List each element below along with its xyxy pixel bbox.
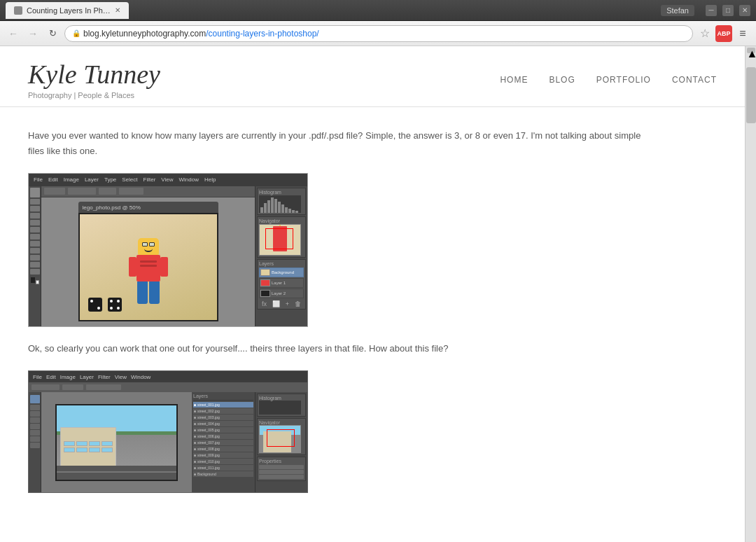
ps2-layer-12[interactable]: Background	[193, 471, 253, 477]
ps-tools-panel	[29, 186, 41, 326]
ps-menu-view[interactable]: View	[159, 176, 175, 183]
forward-button[interactable]: →	[25, 26, 41, 41]
ps2-tools	[29, 392, 41, 492]
ps-canvas-area: lego_photo.psd @ 50%	[41, 186, 255, 326]
logo-name: Kyle Tunney	[28, 60, 160, 90]
ps-tool-brush[interactable]	[30, 227, 40, 232]
ps-menu-help[interactable]: Help	[202, 176, 218, 183]
url-path: /counting-layers-in-photoshop/	[206, 29, 318, 39]
lego-smile	[144, 249, 153, 252]
ps-menu-select[interactable]: Select	[120, 176, 139, 183]
back-button[interactable]: ←	[6, 26, 21, 41]
ps-layer-dice[interactable]: Layer 2	[259, 289, 304, 298]
active-tab[interactable]: Counting Layers In Photos ✕	[6, 2, 129, 19]
ps-new-layer-button[interactable]: +	[286, 300, 289, 307]
ps-tool-select[interactable]	[30, 199, 40, 204]
nav-portfolio[interactable]: PORTFOLIO	[596, 75, 651, 85]
refresh-button[interactable]: ↻	[45, 26, 60, 41]
ps2-layer-9[interactable]: street_009.jpg	[193, 452, 253, 458]
webpage: Kyle Tunney Photography | People & Place…	[0, 46, 756, 542]
ps2-layer-11[interactable]: street_011.jpg	[193, 465, 253, 471]
scroll-thumb[interactable]	[746, 67, 756, 123]
ps2-layer-8[interactable]: street_008.jpg	[193, 446, 253, 452]
page-scrollbar[interactable]: ▲	[745, 46, 756, 542]
nav-home[interactable]: HOME	[500, 75, 528, 85]
ps-layer-lego[interactable]: Layer 1	[259, 278, 304, 288]
url-display: blog.kyletunneyphotography.com/counting-…	[83, 29, 319, 39]
nav-contact[interactable]: CONTACT	[672, 75, 717, 85]
site-navigation: HOME BLOG PORTFOLIO CONTACT	[500, 75, 717, 85]
ps2-menu-filter[interactable]: Filter	[97, 374, 112, 380]
ps-tool-clone[interactable]	[30, 234, 40, 239]
ps-tool-shape[interactable]	[30, 269, 40, 275]
ps2-canvas-area	[41, 392, 192, 492]
ps-menu-layer[interactable]: Layer	[83, 176, 101, 183]
photoshop-screenshot-1: File Edit Image Layer Type Select Filter…	[28, 173, 308, 327]
ps2-layer-3[interactable]: street_003.jpg	[193, 415, 253, 420]
ps2-menu-image[interactable]: Image	[59, 374, 77, 380]
minimize-button[interactable]: ─	[706, 5, 717, 16]
lego-head	[138, 238, 159, 255]
ps-tool-pen[interactable]	[30, 255, 40, 260]
ps2-menu-layer[interactable]: Layer	[78, 374, 95, 380]
ps2-layers-panel: Layers street_001.jpg street_002.jpg	[192, 392, 255, 492]
maximize-button[interactable]: □	[722, 5, 734, 16]
ps-document-tab: lego_photo.psd @ 50%	[78, 202, 218, 213]
adblock-button[interactable]: ABP	[715, 25, 732, 42]
ps2-menu-window[interactable]: Window	[130, 374, 152, 380]
building-windows	[61, 438, 115, 455]
ps2-layer-7[interactable]: street_007.jpg	[193, 440, 253, 445]
ps2-menu-bar: File Edit Image Layer Filter View Window	[29, 371, 307, 382]
nav-blog[interactable]: BLOG	[549, 75, 575, 85]
ps-menu-type[interactable]: Type	[102, 176, 118, 183]
ps-layer-actions: fx ⬜ + 🗑	[259, 300, 304, 307]
ps2-menu-view[interactable]: View	[113, 374, 128, 380]
ps-tool-lasso[interactable]	[30, 206, 40, 211]
die-1	[88, 298, 102, 312]
user-badge: Stefan	[661, 5, 694, 16]
ps2-street-photo	[57, 405, 176, 480]
scroll-up-button[interactable]: ▲	[747, 48, 755, 53]
ps-menu-filter[interactable]: Filter	[141, 176, 158, 183]
ps2-menu-edit[interactable]: Edit	[45, 374, 57, 380]
ps2-menu-file[interactable]: File	[31, 374, 43, 380]
ps2-canvas	[55, 404, 178, 481]
ps-tool-eraser[interactable]	[30, 241, 40, 246]
ps-delete-layer-button[interactable]: 🗑	[295, 300, 301, 307]
ps2-layer-active[interactable]: street_001.jpg	[193, 402, 253, 408]
ps-document-window: lego_photo.psd @ 50%	[78, 202, 218, 321]
ps2-layer-6[interactable]: street_006.jpg	[193, 433, 253, 439]
address-bar[interactable]: 🔒 blog.kyletunneyphotography.com/countin…	[64, 25, 693, 42]
page-content: Kyle Tunney Photography | People & Place…	[0, 46, 745, 542]
post-image-1: File Edit Image Layer Type Select Filter…	[28, 173, 658, 327]
close-button[interactable]: ✕	[739, 5, 750, 16]
ps-options-bar	[41, 186, 255, 197]
ps-navigator-panel: Navigator	[257, 216, 306, 258]
ps-layer-fx-button[interactable]: fx	[262, 300, 267, 307]
dice-group	[88, 298, 122, 314]
ps2-layer-10[interactable]: street_010.jpg	[193, 459, 253, 464]
ps-layers-panel: Layers Background Layer 1	[257, 259, 306, 310]
ps-layer-mask-button[interactable]: ⬜	[272, 300, 280, 307]
ps2-right-panels: Histogram Navigator	[255, 392, 307, 492]
url-domain: blog.kyletunneyphotography.com	[83, 29, 206, 39]
ps-tool-text[interactable]	[30, 262, 40, 267]
ps-tool-move[interactable]	[30, 188, 40, 197]
tab-close-button[interactable]: ✕	[115, 6, 120, 14]
die-2	[108, 298, 122, 312]
ps2-layer-2[interactable]: street_002.jpg	[193, 408, 253, 414]
ps-menu-window[interactable]: Window	[177, 176, 201, 183]
ps-menu-edit[interactable]: Edit	[46, 176, 60, 183]
post-second-paragraph: Ok, so clearly you can work that one out…	[28, 341, 658, 356]
ps2-layer-4[interactable]: street_004.jpg	[193, 421, 253, 426]
ps2-properties: Properties	[257, 457, 306, 481]
ps-tool-gradient[interactable]	[30, 248, 40, 253]
ps-menu-image[interactable]: Image	[62, 176, 81, 183]
ps-layer-background[interactable]: Background	[259, 267, 304, 277]
ps2-layer-5[interactable]: street_005.jpg	[193, 427, 253, 433]
browser-menu-button[interactable]: ≡	[735, 26, 750, 41]
ps-tool-eyedrop[interactable]	[30, 220, 40, 225]
ps-tool-crop[interactable]	[30, 213, 40, 218]
bookmark-button[interactable]: ☆	[697, 26, 713, 41]
ps-menu-file[interactable]: File	[31, 176, 45, 183]
